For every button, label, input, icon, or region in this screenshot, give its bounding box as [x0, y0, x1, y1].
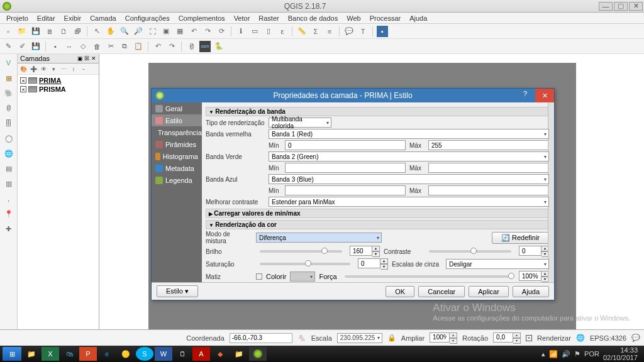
save-project-icon[interactable]: 💾 [30, 26, 42, 37]
blue-min-input[interactable] [285, 185, 406, 195]
stats-icon[interactable]: ≡ [324, 26, 335, 37]
crs-icon[interactable]: 🌐 [576, 334, 585, 342]
taskbar-file-explorer[interactable]: 📁 [23, 347, 40, 361]
menu-ajuda[interactable]: Ajuda [406, 13, 431, 23]
taskbar-qgis[interactable] [249, 347, 267, 361]
expression-icon[interactable]: ε [277, 26, 288, 37]
add-wms-icon[interactable]: 🌐 [3, 147, 15, 160]
refresh-icon[interactable]: ⟳ [216, 26, 227, 37]
zoom-selection-icon[interactable]: ▦ [174, 26, 186, 37]
dialog-titlebar[interactable]: Propriedades da camada - PRIMA | Estilo … [152, 89, 554, 102]
redo-icon[interactable]: ↷ [166, 41, 177, 52]
add-vector-icon[interactable]: V [3, 57, 15, 69]
pan-icon[interactable]: ↖ [91, 26, 103, 37]
layer-add-group-icon[interactable]: ➕ [29, 65, 38, 74]
dialog-help-button[interactable]: ? [518, 90, 533, 101]
open-project-icon[interactable]: 📁 [16, 26, 28, 37]
rotation-value[interactable] [493, 332, 513, 343]
taskbar-excel[interactable]: X [42, 347, 59, 361]
scale-combo[interactable]: 230.095.225 [337, 333, 382, 343]
taskbar-skype[interactable]: S [136, 347, 153, 361]
taskbar-adobe[interactable]: A [192, 347, 210, 361]
pencil-icon[interactable]: ✎ [3, 41, 14, 52]
colorize-checkbox[interactable] [256, 273, 262, 280]
add-gpx-icon[interactable]: 📍 [3, 207, 15, 220]
python-icon[interactable]: 🐍 [213, 41, 225, 52]
brightness-slider[interactable] [260, 250, 342, 253]
copy-icon[interactable]: ⧉ [119, 41, 130, 52]
add-raster-icon[interactable]: ▦ [3, 72, 15, 84]
zoom-in-icon[interactable]: 🔍 [119, 26, 130, 37]
sidebar-item-estilo[interactable]: Estilo [152, 114, 202, 126]
red-band-combo[interactable]: Banda 1 (Red) [269, 129, 549, 139]
apply-button[interactable]: Aplicar [469, 286, 509, 297]
saturation-value[interactable] [358, 258, 380, 268]
layer-filter-icon[interactable]: ▾ [49, 65, 58, 74]
new-project-icon[interactable]: ▫ [3, 26, 14, 37]
strength-slider[interactable] [345, 275, 511, 278]
add-postgis-icon[interactable]: 🐘 [3, 87, 15, 99]
sidebar-item-metadata[interactable]: Metadata [152, 162, 202, 174]
coord-input[interactable] [230, 333, 292, 343]
colorize-color[interactable] [290, 272, 315, 282]
lock-icon[interactable]: 🔒 [387, 334, 396, 342]
undo-icon[interactable]: ↶ [152, 41, 164, 52]
sidebar-item-geral[interactable]: Geral [152, 102, 202, 114]
add-spatialite-icon[interactable]: 🛢 [3, 102, 15, 114]
strength-value[interactable] [519, 271, 541, 281]
save-as-icon[interactable]: 🗎 [44, 26, 55, 37]
minimize-button[interactable]: — [599, 2, 613, 11]
tray-volume-icon[interactable]: 🔊 [562, 350, 570, 358]
magnify-value[interactable] [430, 332, 450, 343]
menu-web[interactable]: Web [343, 13, 364, 23]
section-load-minmax[interactable]: Carregar valores de min/max [206, 209, 549, 218]
green-band-combo[interactable]: Banda 2 (Green) [269, 151, 549, 162]
tray-lang[interactable]: POR [584, 350, 599, 358]
paste-icon[interactable]: 📋 [133, 41, 144, 52]
layer-checkbox[interactable]: × [20, 77, 26, 84]
saturation-slider[interactable] [260, 263, 350, 265]
crs-value[interactable]: EPSG:4326 [590, 334, 626, 342]
menu-complementos[interactable]: Complementos [175, 13, 229, 23]
new-shapefile-icon[interactable]: ✚ [3, 222, 15, 235]
section-color-render[interactable]: Renderização da cor [206, 220, 549, 229]
maximize-button[interactable]: ▢ [614, 2, 628, 11]
green-min-input[interactable] [285, 163, 406, 173]
taskbar-folder[interactable]: 📁 [230, 347, 248, 361]
zoom-next-icon[interactable]: ↷ [202, 26, 213, 37]
add-wfs-icon[interactable]: ▥ [3, 177, 15, 190]
taskbar-edge[interactable]: e [98, 347, 116, 361]
taskbar-app[interactable]: ◆ [211, 347, 229, 361]
layer-row[interactable]: × PRISMA [19, 85, 97, 94]
delete-icon[interactable]: 🗑 [91, 41, 103, 52]
menu-configuracoes[interactable]: Configurações [121, 13, 174, 23]
pan-to-selection-icon[interactable]: ✋ [105, 26, 116, 37]
menu-banco[interactable]: Banco de dados [284, 13, 342, 23]
close-button[interactable]: ✕ [629, 2, 643, 11]
identify-icon[interactable]: ℹ [235, 26, 247, 37]
layer-expand-icon[interactable]: ⋯ [59, 65, 68, 74]
panel-controls[interactable]: ▣ ☒ ✕ [77, 55, 96, 62]
add-csv-icon[interactable]: , [3, 192, 15, 205]
taskbar-notepad[interactable]: 🗒 [174, 347, 191, 361]
strength-spin[interactable]: ▴▾ [519, 271, 549, 282]
map-tips-icon[interactable]: 💬 [343, 26, 355, 37]
taskbar-word[interactable]: W [155, 347, 172, 361]
layer-row[interactable]: × PRIMA [19, 76, 97, 85]
node-tool-icon[interactable]: ◇ [77, 41, 89, 52]
add-mssql-icon[interactable]: 🗄 [3, 117, 15, 129]
zoom-layer-icon[interactable]: ▣ [160, 26, 172, 37]
layer-checkbox[interactable]: × [20, 86, 26, 92]
menu-raster[interactable]: Raster [255, 13, 282, 23]
layer-style-icon[interactable]: 🎨 [19, 65, 28, 74]
contrast-value[interactable] [519, 246, 541, 256]
red-max-input[interactable] [428, 140, 549, 150]
coord-icon[interactable]: 🐁 [297, 334, 306, 342]
ok-button[interactable]: OK [386, 286, 414, 297]
start-button[interactable]: ⊞ [3, 347, 21, 361]
bookmarks-icon[interactable]: ▪ [377, 26, 388, 37]
sidebar-item-histograma[interactable]: Histograma [152, 150, 202, 162]
help-button[interactable]: Ajuda [513, 286, 549, 297]
taskbar-chrome[interactable]: 🟡 [117, 347, 135, 361]
sidebar-item-legenda[interactable]: Legenda [152, 174, 202, 186]
